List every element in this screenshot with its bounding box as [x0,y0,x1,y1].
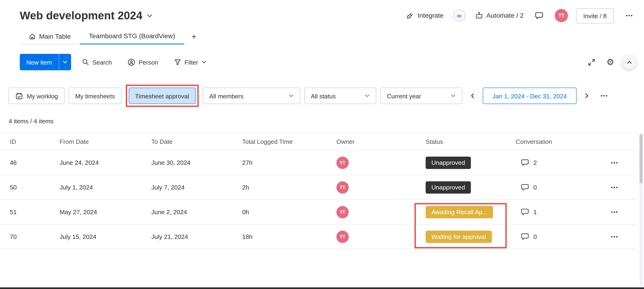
tabs-group: Main Table Teamboard STG (BoardView) [20,29,184,44]
my-worklog-tab[interactable]: My worklog [8,88,64,104]
column-header-owner[interactable]: Owner [336,138,426,145]
period-value: Current year [387,92,421,99]
page-title[interactable]: Web development 2024 [20,9,142,22]
board-header: Web development 2024 Integrate [20,5,637,26]
my-timesheets-tab[interactable]: My timesheets [69,88,122,104]
members-dropdown[interactable]: All members [203,88,300,104]
new-item-dropdown-button[interactable] [59,54,71,70]
next-period-button[interactable] [581,88,593,104]
chat-bubble-icon [520,158,529,167]
invite-button[interactable]: Invite / 8 [576,8,614,23]
timesheet-approval-tab[interactable]: Timesheet approval [128,88,196,104]
date-range-button[interactable]: Jan 1, 2024 - Dec 31, 2024 [483,88,576,104]
cell-to-date: June 2, 2024 [152,208,242,215]
owner-avatar[interactable]: TT [336,206,349,218]
column-header-conversation[interactable]: Conversation [516,138,610,145]
user-avatar[interactable]: TT [555,9,568,22]
board-toolbar: New item Search [20,53,637,70]
chat-bubble-icon [520,232,529,241]
conversation-cell[interactable]: 0 [516,183,610,192]
expand-icon [588,58,595,66]
board-title-wrap[interactable]: Web development 2024 [20,9,153,22]
status-badge[interactable]: Unapproved [426,181,471,194]
status-badge[interactable]: Waiting for approval [426,230,492,243]
column-header-to-date[interactable]: To Date [152,138,242,145]
header-more-button[interactable] [622,8,637,23]
more-options-icon [625,12,633,20]
tab-main-table[interactable]: Main Table [20,29,80,44]
fullscreen-button[interactable] [584,55,599,70]
column-header-status[interactable]: Status [426,138,516,145]
status-value: All status [311,92,336,99]
table-row[interactable]: 70 July 15, 2024 July 21, 2024 18h TT Wa… [0,224,637,249]
cell-id: 51 [10,208,60,215]
owner-avatar[interactable]: TT [336,156,349,169]
row-more-button[interactable] [610,158,637,167]
search-button[interactable]: Search [77,54,117,70]
automate-button[interactable]: Automate / 2 [475,12,524,20]
search-icon [82,58,89,66]
view-tabs: Main Table Teamboard STG (BoardView) + [20,29,204,44]
row-more-button[interactable] [610,183,637,191]
integrate-button[interactable]: Integrate [406,12,444,20]
person-filter-button[interactable]: Person [122,54,163,70]
cell-id: 70 [10,233,60,240]
status-badge[interactable]: Unapproved [426,156,471,169]
column-header-from-date[interactable]: From Date [60,138,152,145]
timesheet-approval-highlight: Timesheet approval [126,84,198,107]
table-row[interactable]: 50 July 1, 2024 July 7, 2024 2h TT Unapp… [0,175,637,200]
cell-from-date: July 1, 2024 [60,184,152,191]
integrate-icon [406,12,414,20]
tab-label: Teamboard STG (BoardView) [89,32,175,40]
person-label: Person [139,58,158,66]
new-item-split-button: New item [20,54,71,70]
cell-id: 50 [10,184,60,191]
board-title-chevron-icon[interactable] [146,12,153,19]
table-row[interactable]: 51 May 27, 2024 June 2, 2024 0h TT Await… [0,200,637,224]
conversation-count: 1 [533,208,537,215]
filters-more-button[interactable] [597,88,611,104]
conversation-cell[interactable]: 0 [516,232,610,241]
row-more-button[interactable] [610,208,637,216]
cell-to-date: July 7, 2024 [152,184,242,191]
column-header-total-logged-time[interactable]: Total Logged Time [242,138,336,145]
owner-avatar[interactable]: TT [336,181,349,194]
more-options-icon [610,208,618,216]
home-icon [29,33,36,40]
column-header-id[interactable]: ID [10,138,60,145]
cell-total-logged-time: 27h [242,159,336,166]
app-root: Web development 2024 Integrate [0,0,644,289]
owner-avatar[interactable]: TT [336,230,349,243]
collapse-header-button[interactable] [622,55,637,70]
settings-button[interactable]: ⚙ [603,55,618,70]
integrate-label: Integrate [418,12,444,19]
conversation-cell[interactable]: 1 [516,208,610,216]
tab-label: Main Table [39,33,71,40]
filter-button[interactable]: Filter [169,54,211,70]
row-more-button[interactable] [610,232,637,241]
status-dropdown[interactable]: All status [304,88,376,104]
new-item-button[interactable]: New item [20,54,59,70]
conversation-cell[interactable]: 2 [516,158,610,167]
robot-icon [475,12,483,20]
period-dropdown[interactable]: Current year [380,88,462,104]
chevron-down-icon [62,60,67,64]
table-row[interactable]: 46 June 24, 2024 June 30, 2024 27h TT Un… [0,150,637,175]
conversation-count: 0 [533,184,537,191]
more-options-icon [610,232,618,241]
chat-button[interactable] [532,8,547,23]
items-summary: 4 items / 4 items [8,118,54,125]
table-header-row: ID From Date To Date Total Logged Time O… [0,132,637,150]
previous-period-button[interactable] [466,88,478,104]
cell-total-logged-time: 0h [242,208,336,215]
scrollbar-thumb[interactable] [640,134,643,184]
vertical-scrollbar[interactable] [640,133,643,286]
add-view-button[interactable]: + [184,29,204,44]
cell-to-date: July 21, 2024 [152,233,242,240]
integration-recipe-badge[interactable]: ∞ [452,8,467,23]
chevron-right-icon [584,93,590,99]
chevron-down-icon [202,60,206,64]
members-value: All members [209,92,244,99]
status-badge[interactable]: Awaiting Recall Ap... [426,206,493,218]
tab-teamboard-stg[interactable]: Teamboard STG (BoardView) [80,29,184,44]
